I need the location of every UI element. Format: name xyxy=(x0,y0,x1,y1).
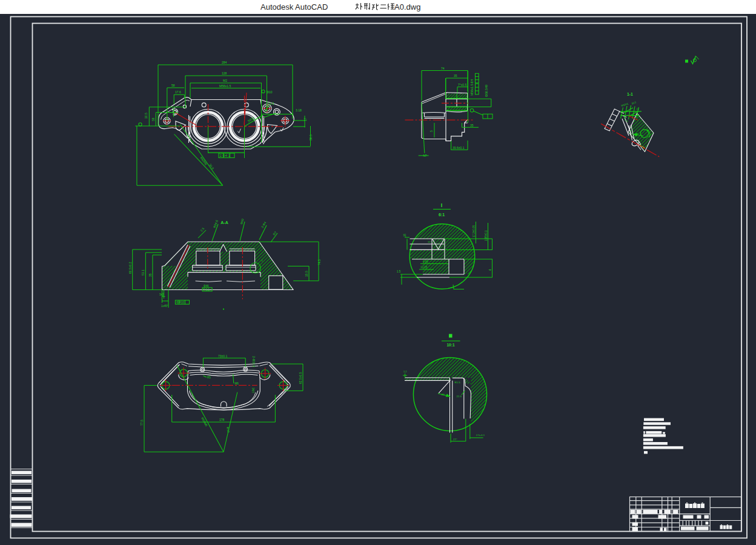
svg-text:27°: 27° xyxy=(453,438,457,441)
svg-text:35: 35 xyxy=(148,273,152,277)
svg-text:3.18: 3.18 xyxy=(296,108,302,112)
svg-text:58: 58 xyxy=(171,84,175,87)
svg-text:I: I xyxy=(441,202,443,208)
svg-text:Ξ Φ4 Ξ: Ξ Φ4 Ξ xyxy=(220,154,231,157)
svg-text:34.5: 34.5 xyxy=(251,388,254,393)
svg-text:10.5: 10.5 xyxy=(631,101,637,105)
svg-text:15.5: 15.5 xyxy=(305,271,308,277)
svg-text:62.5±0.5: 62.5±0.5 xyxy=(299,372,302,384)
svg-text:2.5: 2.5 xyxy=(199,226,205,232)
svg-text:12: 12 xyxy=(636,107,640,111)
svg-text:1.5: 1.5 xyxy=(397,270,401,273)
svg-text:Φ60: Φ60 xyxy=(239,218,244,225)
svg-text:10:1: 10:1 xyxy=(446,343,454,347)
svg-text:35: 35 xyxy=(470,124,474,127)
svg-text:284: 284 xyxy=(222,61,227,64)
svg-text:5: 5 xyxy=(429,130,433,132)
svg-text:Φ R10: Φ R10 xyxy=(176,301,185,304)
svg-text:178: 178 xyxy=(219,418,225,421)
svg-text:39.6±0.1: 39.6±0.1 xyxy=(453,146,465,150)
svg-text:T 0.1: T 0.1 xyxy=(204,288,210,291)
svg-text:17.6: 17.6 xyxy=(175,90,181,94)
svg-text:21.5: 21.5 xyxy=(457,395,462,398)
svg-text:128: 128 xyxy=(222,71,227,75)
svg-text:N7: N7 xyxy=(423,154,427,157)
svg-text:15°: 15° xyxy=(428,240,431,243)
svg-text:74.5: 74.5 xyxy=(317,259,321,265)
svg-text:17.2±0.05: 17.2±0.05 xyxy=(472,225,476,237)
svg-text:51.1: 51.1 xyxy=(141,269,145,276)
svg-text:35: 35 xyxy=(454,74,457,78)
svg-text:0.05: 0.05 xyxy=(423,260,428,263)
svg-text:7°x0.5: 7°x0.5 xyxy=(458,83,466,87)
svg-text:1.95±0.1: 1.95±0.1 xyxy=(485,230,488,241)
svg-text:Φ56.5H9: Φ56.5H9 xyxy=(485,85,488,97)
svg-text:Φ62H8: Φ62H8 xyxy=(199,156,208,166)
svg-text:M56x1.5-6H: M56x1.5-6H xyxy=(470,79,474,96)
svg-text:77.5: 77.5 xyxy=(140,420,144,426)
svg-text:2-Φ4: 2-Φ4 xyxy=(260,221,267,229)
svg-text:1.2: 1.2 xyxy=(403,370,407,373)
svg-text:A-A: A-A xyxy=(220,220,228,225)
svg-text:R7: R7 xyxy=(272,231,277,236)
svg-text:3x2: 3x2 xyxy=(159,293,164,296)
svg-text:Φ10: Φ10 xyxy=(267,90,273,94)
svg-text:M10x1: M10x1 xyxy=(621,102,629,107)
svg-text:Φ46: Φ46 xyxy=(204,285,209,288)
svg-text:1-1: 1-1 xyxy=(627,92,633,96)
svg-text:36.5: 36.5 xyxy=(309,134,313,140)
svg-text:60.5±0.2: 60.5±0.2 xyxy=(128,262,132,274)
svg-text:M56x1.5: M56x1.5 xyxy=(219,84,231,88)
svg-text:10.5: 10.5 xyxy=(144,113,148,119)
svg-text:R5: R5 xyxy=(207,376,211,379)
svg-text:M6: M6 xyxy=(235,382,239,385)
svg-text:73±0.1: 73±0.1 xyxy=(218,354,227,358)
svg-text:4: 4 xyxy=(489,269,492,271)
svg-text:17: 17 xyxy=(303,117,307,121)
svg-text:2-Φ10.5: 2-Φ10.5 xyxy=(252,356,256,367)
svg-text:10.15: 10.15 xyxy=(420,266,428,269)
svg-text:11.5: 11.5 xyxy=(268,102,274,105)
svg-text:45°: 45° xyxy=(442,393,446,396)
svg-text:15: 15 xyxy=(403,233,406,237)
svg-text:2.5+0.1: 2.5+0.1 xyxy=(476,434,485,437)
svg-text:6:1: 6:1 xyxy=(439,213,445,217)
svg-text:M2: M2 xyxy=(223,79,227,82)
svg-text:74: 74 xyxy=(441,67,445,70)
svg-text:59: 59 xyxy=(151,117,155,121)
svg-text:Φ10: Φ10 xyxy=(226,426,231,433)
svg-text:R1.5: R1.5 xyxy=(455,381,461,384)
svg-text:1x45°: 1x45° xyxy=(161,305,168,308)
svg-text:Φ54.5: Φ54.5 xyxy=(212,219,219,228)
